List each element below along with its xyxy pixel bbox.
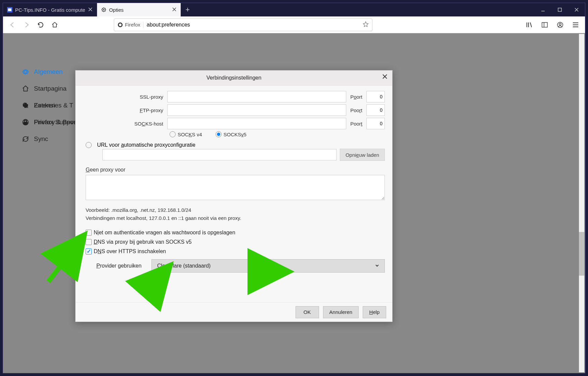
- checkbox-label: Niet om authenticatie vragen als wachtwo…: [94, 230, 235, 236]
- window-controls: [535, 3, 585, 16]
- ssl-port-label: Poort: [349, 94, 364, 100]
- ssl-port-input[interactable]: [366, 91, 385, 102]
- ftp-proxy-input[interactable]: [167, 104, 346, 116]
- minimize-button[interactable]: [535, 3, 551, 16]
- dialog-title: Verbindingsinstellingen: [207, 75, 262, 81]
- forward-button[interactable]: [21, 19, 32, 30]
- ssl-label: SSL-proxy: [126, 94, 165, 100]
- auto-config-radio-row: URL voor automatische proxyconfiguratie: [86, 142, 385, 148]
- firefox-icon: [118, 22, 123, 28]
- ftp-label: FTP-proxy: [126, 107, 165, 113]
- no-auth-checkbox[interactable]: [86, 230, 92, 236]
- sidebar-label: Firefox Support: [34, 119, 78, 126]
- settings-favicon: [101, 7, 106, 12]
- dialog-scroll[interactable]: SSL-proxy Poort FTP-proxy Poort: [76, 86, 392, 302]
- auto-config-field-row: Opnieuw laden: [102, 149, 385, 161]
- home-button[interactable]: [49, 19, 60, 30]
- sidebar-label: Extensies & T: [34, 102, 73, 109]
- new-tab-button[interactable]: +: [181, 3, 194, 16]
- socks-port-input[interactable]: [366, 118, 385, 129]
- auto-config-label: URL voor automatische proxyconfiguratie: [97, 142, 195, 148]
- dialog-body: SSL-proxy Poort FTP-proxy Poort: [76, 86, 392, 302]
- help-button[interactable]: Help: [363, 306, 386, 318]
- svg-point-3: [103, 9, 104, 10]
- socks-host-row: SOCKS-host Poort: [126, 118, 385, 129]
- ftp-port-label: Poort: [349, 107, 364, 113]
- library-button[interactable]: [524, 19, 535, 30]
- auto-config-radio[interactable]: [86, 142, 92, 148]
- ssl-proxy-row: SSL-proxy Poort: [126, 91, 385, 102]
- browser-window: PC-Tips.INFO - Gratis compute Opties +: [3, 3, 585, 373]
- svg-rect-7: [542, 22, 547, 27]
- provider-value: Cloudflare (standaard): [157, 263, 211, 269]
- dns-https-checkbox-row[interactable]: DNS over HTTPS inschakelen: [86, 248, 385, 254]
- socks-label: SOCKS-host: [126, 121, 165, 127]
- reload-button[interactable]: [35, 19, 46, 30]
- site-favicon: [7, 7, 12, 12]
- no-proxy-label: Geen proxy voor: [86, 167, 385, 173]
- ok-button[interactable]: OK: [296, 306, 319, 318]
- socks-port-label: Poort: [349, 121, 364, 127]
- ftp-port-input[interactable]: [366, 104, 385, 116]
- sidebar-label: Algemeen: [34, 68, 63, 76]
- menu-button[interactable]: [570, 19, 581, 30]
- close-tab-icon[interactable]: [88, 7, 93, 13]
- sidebar-item-extensions[interactable]: Extensies & T: [22, 97, 78, 114]
- socks-version-group: SOCKS v4 SOCKS v5: [170, 131, 385, 137]
- no-auth-checkbox-row[interactable]: Niet om authenticatie vragen als wachtwo…: [86, 230, 385, 236]
- socks-v4-radio[interactable]: SOCKS v4: [170, 131, 202, 137]
- close-window-button[interactable]: [568, 3, 585, 16]
- dns-socks-checkbox-row[interactable]: DNS via proxy bij gebruik van SOCKS v5: [86, 239, 385, 245]
- dns-https-checkbox[interactable]: [86, 248, 92, 254]
- no-proxy-textarea[interactable]: [86, 175, 385, 200]
- provider-label: Provider gebruiken: [96, 263, 147, 269]
- sidebar-label: Startpagina: [34, 85, 66, 92]
- dialog-footer: OK Annuleren Help: [76, 302, 392, 322]
- sidebar-item-support[interactable]: Firefox Support: [22, 114, 78, 131]
- puzzle-icon: [22, 102, 29, 109]
- ssl-proxy-input[interactable]: [167, 91, 346, 102]
- toolbar: Firefox: [3, 16, 585, 33]
- toolbar-right: [524, 19, 581, 30]
- identity-box[interactable]: Firefox: [118, 22, 143, 28]
- gear-icon: [22, 68, 29, 76]
- home-icon: [22, 85, 29, 92]
- checkbox-label: DNS over HTTPS inschakelen: [94, 248, 166, 254]
- content-scrollbar[interactable]: [579, 34, 584, 372]
- content-area: Algemeen Startpagina Zoeken Privacy & Be…: [3, 33, 585, 373]
- sidebar-label: Sync: [34, 135, 48, 143]
- scrollbar-thumb[interactable]: [579, 232, 584, 276]
- tab-title: Opties: [109, 7, 169, 13]
- connection-settings-dialog: Verbindingsinstellingen SSL-proxy Poort: [75, 70, 393, 322]
- dialog-header: Verbindingsinstellingen: [76, 70, 392, 86]
- ftp-proxy-row: FTP-proxy Poort: [126, 104, 385, 116]
- account-button[interactable]: [555, 19, 566, 30]
- identity-label: Firefox: [125, 22, 140, 28]
- tab-title: PC-Tips.INFO - Gratis compute: [15, 7, 85, 13]
- close-tab-icon[interactable]: [172, 7, 177, 13]
- sidebar-button[interactable]: [539, 19, 550, 30]
- svg-rect-1: [8, 8, 11, 11]
- help-icon: [22, 119, 29, 126]
- url-bar[interactable]: Firefox: [114, 18, 372, 31]
- svg-rect-4: [558, 8, 561, 11]
- bookmark-star-icon[interactable]: [363, 21, 369, 29]
- checkbox-label: DNS via proxy bij gebruik van SOCKS v5: [94, 239, 192, 245]
- dns-socks-checkbox[interactable]: [86, 239, 92, 245]
- cancel-button[interactable]: Annuleren: [323, 306, 359, 318]
- socks-host-input[interactable]: [167, 118, 346, 129]
- chevron-down-icon: [375, 263, 379, 269]
- titlebar: PC-Tips.INFO - Gratis compute Opties +: [3, 3, 585, 16]
- sync-icon: [22, 135, 29, 143]
- provider-select[interactable]: Cloudflare (standaard): [151, 259, 385, 273]
- maximize-button[interactable]: [551, 3, 568, 16]
- auto-config-url-input[interactable]: [102, 149, 336, 160]
- info-text: Voorbeeld: .mozilla.org, .net.nz, 192.16…: [86, 206, 385, 222]
- reload-button[interactable]: Opnieuw laden: [340, 149, 385, 161]
- tab-1[interactable]: PC-Tips.INFO - Gratis compute: [3, 3, 97, 16]
- url-input[interactable]: [147, 22, 359, 28]
- socks-v5-radio[interactable]: SOCKS v5: [216, 131, 246, 137]
- dialog-close-button[interactable]: [382, 74, 388, 81]
- tab-2-active[interactable]: Opties: [97, 3, 181, 16]
- back-button[interactable]: [7, 19, 18, 30]
